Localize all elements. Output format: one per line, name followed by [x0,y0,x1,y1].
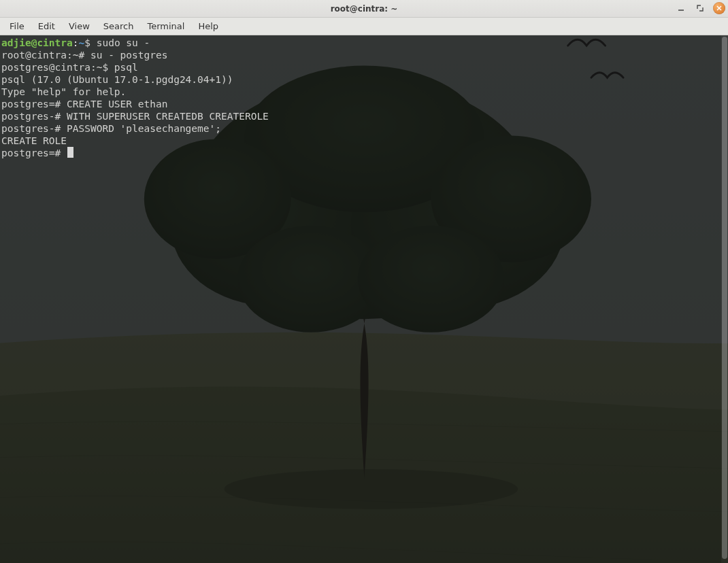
minimize-button[interactable] [675,2,687,14]
minimize-icon [677,4,685,12]
terminal-line: postgres=# [1,147,727,159]
menu-search[interactable]: Search [97,19,141,33]
terminal-text-segment: postgres=# CREATE USER ethan [1,99,167,109]
terminal-text-segment: root@cintra:~# su - postgres [1,50,167,61]
terminal-text-segment: psql (17.0 (Ubuntu 17.0-1.pgdg24.04+1)) [1,74,233,85]
maximize-button[interactable] [694,2,706,14]
terminal-text-segment: postgres=# [1,148,67,158]
terminal-text-segment: postgres-# PASSWORD 'pleasechangeme'; [1,123,221,134]
terminal-line: postgres=# CREATE USER ethan [1,98,727,110]
close-button[interactable] [713,2,725,14]
menubar: File Edit View Search Terminal Help [0,18,728,35]
window-controls [675,2,725,14]
terminal-line: CREATE ROLE [1,135,727,147]
terminal-line: adjie@cintra:~$ sudo su - [1,37,727,49]
terminal-text[interactable]: adjie@cintra:~$ sudo su -root@cintra:~# … [0,35,728,563]
maximize-icon [696,4,704,12]
terminal-text-segment: $ sudo su - [84,37,150,48]
menu-help[interactable]: Help [191,19,225,33]
terminal-text-segment: postgres@cintra:~$ psql [1,62,138,73]
close-icon [716,5,723,12]
terminal-text-segment: : [73,37,79,48]
terminal-line: psql (17.0 (Ubuntu 17.0-1.pgdg24.04+1)) [1,73,727,86]
terminal-line: postgres-# WITH SUPERUSER CREATEDB CREAT… [1,110,727,122]
menu-edit[interactable]: Edit [31,19,62,33]
scrollbar-thumb[interactable] [722,37,727,559]
terminal-line: Type "help" for help. [1,86,727,98]
terminal-cursor [67,147,73,158]
menu-terminal[interactable]: Terminal [140,19,191,33]
terminal-scrollbar[interactable] [721,35,728,563]
menu-view[interactable]: View [62,19,97,33]
titlebar[interactable]: root@cintra: ~ [0,0,728,18]
menu-file[interactable]: File [3,19,31,33]
terminal-text-segment: CREATE ROLE [1,135,67,146]
terminal-line: postgres-# PASSWORD 'pleasechangeme'; [1,122,727,135]
terminal-area[interactable]: adjie@cintra:~$ sudo su -root@cintra:~# … [0,35,728,563]
terminal-window: root@cintra: ~ File Edit View Search Ter… [0,0,728,563]
terminal-text-segment: adjie@cintra [1,37,73,48]
terminal-text-segment: ~ [79,37,85,48]
terminal-line: postgres@cintra:~$ psql [1,61,727,73]
window-title: root@cintra: ~ [0,4,728,14]
terminal-text-segment: postgres-# WITH SUPERUSER CREATEDB CREAT… [1,111,269,122]
terminal-text-segment: Type "help" for help. [1,86,126,97]
terminal-line: root@cintra:~# su - postgres [1,49,727,61]
